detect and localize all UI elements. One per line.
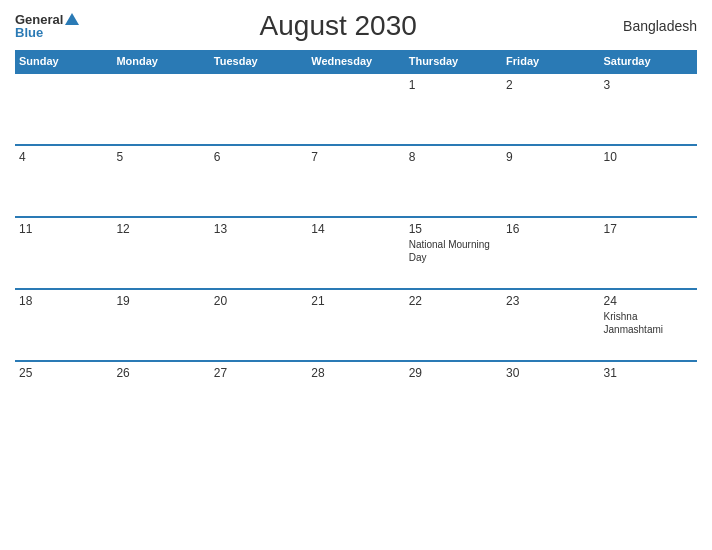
- day-number: 25: [19, 366, 108, 380]
- day-number: 26: [116, 366, 205, 380]
- day-number: 9: [506, 150, 595, 164]
- day-number: 30: [506, 366, 595, 380]
- calendar-day-cell: [15, 73, 112, 145]
- calendar-day-cell: 9: [502, 145, 599, 217]
- day-number: 16: [506, 222, 595, 236]
- calendar-day-cell: 13: [210, 217, 307, 289]
- calendar-day-cell: 27: [210, 361, 307, 433]
- calendar-header: General Blue August 2030 Bangladesh: [15, 10, 697, 42]
- calendar-day-cell: 30: [502, 361, 599, 433]
- day-number: 22: [409, 294, 498, 308]
- weekday-header-row: SundayMondayTuesdayWednesdayThursdayFrid…: [15, 50, 697, 73]
- weekday-header-sunday: Sunday: [15, 50, 112, 73]
- day-number: 19: [116, 294, 205, 308]
- calendar-day-cell: 2: [502, 73, 599, 145]
- calendar-day-cell: 26: [112, 361, 209, 433]
- calendar-day-cell: 3: [600, 73, 697, 145]
- day-number: 14: [311, 222, 400, 236]
- calendar-day-cell: [112, 73, 209, 145]
- calendar-day-cell: 11: [15, 217, 112, 289]
- calendar-day-cell: 29: [405, 361, 502, 433]
- day-number: 31: [604, 366, 693, 380]
- calendar-day-cell: 6: [210, 145, 307, 217]
- day-number: 15: [409, 222, 498, 236]
- calendar-day-cell: 28: [307, 361, 404, 433]
- weekday-header-tuesday: Tuesday: [210, 50, 307, 73]
- day-number: 23: [506, 294, 595, 308]
- day-number: 27: [214, 366, 303, 380]
- weekday-header-monday: Monday: [112, 50, 209, 73]
- calendar-week-row: 45678910: [15, 145, 697, 217]
- calendar-day-cell: [307, 73, 404, 145]
- calendar-week-row: 123: [15, 73, 697, 145]
- calendar-day-cell: 21: [307, 289, 404, 361]
- day-number: 4: [19, 150, 108, 164]
- calendar-day-cell: 17: [600, 217, 697, 289]
- day-number: 28: [311, 366, 400, 380]
- day-number: 6: [214, 150, 303, 164]
- logo-blue-text: Blue: [15, 26, 43, 39]
- day-number: 11: [19, 222, 108, 236]
- day-number: 24: [604, 294, 693, 308]
- day-number: 8: [409, 150, 498, 164]
- calendar-day-cell: 18: [15, 289, 112, 361]
- day-number: 20: [214, 294, 303, 308]
- day-number: 12: [116, 222, 205, 236]
- calendar-day-cell: 24Krishna Janmashtami: [600, 289, 697, 361]
- weekday-header-wednesday: Wednesday: [307, 50, 404, 73]
- day-number: 18: [19, 294, 108, 308]
- calendar-day-cell: 22: [405, 289, 502, 361]
- day-number: 13: [214, 222, 303, 236]
- calendar-week-row: 1112131415National Mourning Day1617: [15, 217, 697, 289]
- day-number: 7: [311, 150, 400, 164]
- day-number: 21: [311, 294, 400, 308]
- day-number: 3: [604, 78, 693, 92]
- calendar-day-cell: 7: [307, 145, 404, 217]
- calendar-week-row: 25262728293031: [15, 361, 697, 433]
- calendar-day-cell: 10: [600, 145, 697, 217]
- calendar-day-cell: 15National Mourning Day: [405, 217, 502, 289]
- calendar-title: August 2030: [79, 10, 597, 42]
- calendar-day-cell: 20: [210, 289, 307, 361]
- weekday-header-friday: Friday: [502, 50, 599, 73]
- country-label: Bangladesh: [597, 18, 697, 34]
- calendar-day-cell: 12: [112, 217, 209, 289]
- logo: General Blue: [15, 13, 79, 39]
- day-number: 17: [604, 222, 693, 236]
- calendar-day-cell: [210, 73, 307, 145]
- weekday-header-thursday: Thursday: [405, 50, 502, 73]
- calendar-day-cell: 25: [15, 361, 112, 433]
- day-number: 5: [116, 150, 205, 164]
- calendar-day-cell: 5: [112, 145, 209, 217]
- calendar-day-cell: 23: [502, 289, 599, 361]
- day-number: 2: [506, 78, 595, 92]
- calendar-day-cell: 19: [112, 289, 209, 361]
- event-label: National Mourning Day: [409, 238, 498, 264]
- calendar-day-cell: 4: [15, 145, 112, 217]
- calendar-day-cell: 16: [502, 217, 599, 289]
- calendar-day-cell: 1: [405, 73, 502, 145]
- calendar-week-row: 18192021222324Krishna Janmashtami: [15, 289, 697, 361]
- day-number: 29: [409, 366, 498, 380]
- calendar-day-cell: 31: [600, 361, 697, 433]
- calendar-container: General Blue August 2030 Bangladesh Sund…: [0, 0, 712, 550]
- calendar-day-cell: 14: [307, 217, 404, 289]
- day-number: 1: [409, 78, 498, 92]
- logo-triangle-icon: [65, 13, 79, 25]
- calendar-table: SundayMondayTuesdayWednesdayThursdayFrid…: [15, 50, 697, 433]
- day-number: 10: [604, 150, 693, 164]
- weekday-header-saturday: Saturday: [600, 50, 697, 73]
- event-label: Krishna Janmashtami: [604, 310, 693, 336]
- calendar-day-cell: 8: [405, 145, 502, 217]
